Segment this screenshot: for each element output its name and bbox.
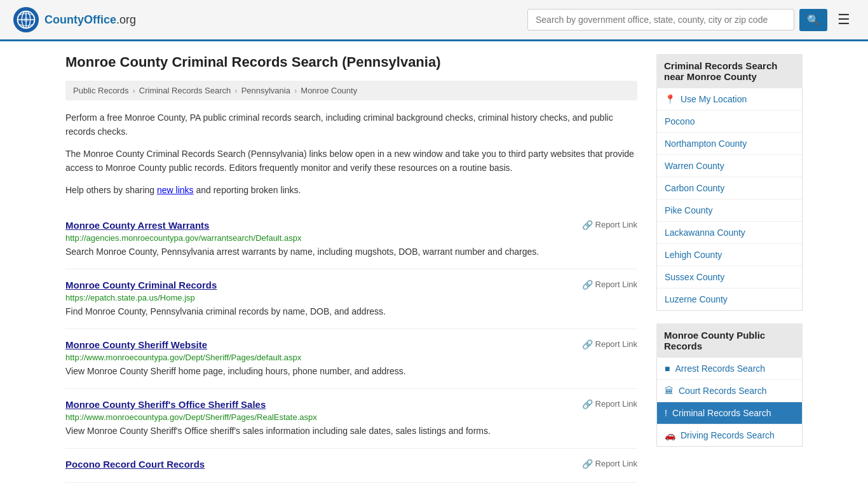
list-item: 🚗 Driving Records Search	[657, 424, 802, 446]
result-desc: View Monroe County Sheriff home page, in…	[65, 365, 637, 378]
report-icon: 🔗	[582, 220, 593, 230]
court-icon: 🏛	[665, 386, 674, 396]
result-item: Monroe County Sheriff Website 🔗 Report L…	[65, 329, 637, 389]
results-list: Monroe County Arrest Warrants 🔗 Report L…	[65, 210, 637, 483]
breadcrumb-pennsylvania[interactable]: Pennsylvania	[241, 86, 290, 95]
breadcrumb-current: Monroe County	[301, 86, 357, 95]
driving-icon: 🚗	[665, 430, 675, 440]
list-item: Lehigh County	[657, 244, 802, 266]
report-link[interactable]: 🔗 Report Link	[582, 459, 637, 469]
logo-area: CountyOffice.org	[13, 6, 136, 33]
list-item: 🏛 Court Records Search	[657, 380, 802, 402]
search-button[interactable]: 🔍	[799, 9, 827, 31]
logo-icon	[13, 6, 39, 33]
result-item: Pocono Record Court Records 🔗 Report Lin…	[65, 449, 637, 483]
criminal-icon: !	[665, 408, 667, 418]
court-records-link[interactable]: 🏛 Court Records Search	[657, 380, 802, 402]
northampton-county-link[interactable]: Northampton County	[657, 133, 802, 154]
warren-county-link[interactable]: Warren County	[657, 155, 802, 177]
result-url: https://epatch.state.pa.us/Home.jsp	[65, 293, 637, 302]
list-item: Sussex County	[657, 266, 802, 288]
description-3: Help others by sharing new links and rep…	[65, 183, 637, 197]
result-url: http://www.monroecountypa.gov/Dept/Sheri…	[65, 353, 637, 362]
list-item: Pike County	[657, 200, 802, 222]
arrest-records-link[interactable]: ■ Arrest Records Search	[657, 358, 802, 379]
arrest-icon: ■	[665, 363, 670, 374]
nearby-header: Criminal Records Search near Monroe Coun…	[656, 54, 803, 88]
result-url: http://www.monroecountypa.gov/Dept/Sheri…	[65, 412, 637, 422]
use-my-location-link[interactable]: 📍 Use My Location	[657, 88, 802, 110]
breadcrumb-criminal-records-search[interactable]: Criminal Records Search	[139, 86, 231, 95]
nearby-list: 📍 Use My Location Pocono Northampton Cou…	[656, 88, 803, 311]
result-desc: Search Monroe County, Pennsylvania arres…	[65, 245, 637, 259]
report-icon: 🔗	[582, 459, 593, 469]
sussex-county-link[interactable]: Sussex County	[657, 266, 802, 288]
lackawanna-county-link[interactable]: Lackawanna County	[657, 222, 802, 243]
lehigh-county-link[interactable]: Lehigh County	[657, 244, 802, 266]
report-link[interactable]: 🔗 Report Link	[582, 220, 637, 230]
result-title[interactable]: Monroe County Sheriff's Office Sheriff S…	[65, 399, 266, 410]
breadcrumb-sep-1: ›	[132, 86, 135, 95]
report-link[interactable]: 🔗 Report Link	[582, 339, 637, 349]
list-item: 📍 Use My Location	[657, 88, 802, 111]
result-title[interactable]: Monroe County Arrest Warrants	[65, 220, 209, 231]
description-2: The Monroe County Criminal Records Searc…	[65, 147, 637, 175]
list-item: Northampton County	[657, 133, 802, 155]
result-title[interactable]: Monroe County Criminal Records	[65, 280, 217, 290]
location-icon: 📍	[665, 94, 675, 104]
menu-button[interactable]: ☰	[832, 9, 855, 30]
breadcrumb-public-records[interactable]: Public Records	[73, 86, 128, 95]
result-item: Monroe County Criminal Records 🔗 Report …	[65, 269, 637, 329]
main-container: Monroe County Criminal Records Search (P…	[53, 41, 815, 488]
report-icon: 🔗	[582, 339, 593, 349]
list-item: Carbon County	[657, 177, 802, 200]
list-item: Warren County	[657, 155, 802, 177]
list-item: Lackawanna County	[657, 222, 802, 244]
pocono-link[interactable]: Pocono	[657, 111, 802, 132]
description-1: Perform a free Monroe County, PA public …	[65, 111, 637, 139]
hamburger-icon: ☰	[837, 11, 850, 27]
list-item: ■ Arrest Records Search	[657, 358, 802, 380]
pike-county-link[interactable]: Pike County	[657, 200, 802, 221]
driving-records-link[interactable]: 🚗 Driving Records Search	[657, 424, 802, 446]
result-desc: Find Monroe County, Pennsylvania crimina…	[65, 305, 637, 318]
sidebar: Criminal Records Search near Monroe Coun…	[656, 54, 803, 483]
svg-point-5	[24, 17, 29, 22]
public-records-list: ■ Arrest Records Search 🏛 Court Records …	[656, 358, 803, 447]
breadcrumb-sep-3: ›	[294, 86, 297, 95]
criminal-records-link[interactable]: ! Criminal Records Search	[657, 402, 802, 424]
luzerne-county-link[interactable]: Luzerne County	[657, 288, 802, 310]
search-icon: 🔍	[807, 15, 820, 25]
result-title[interactable]: Monroe County Sheriff Website	[65, 339, 207, 350]
result-item: Monroe County Arrest Warrants 🔗 Report L…	[65, 210, 637, 269]
result-title[interactable]: Pocono Record Court Records	[65, 459, 205, 470]
logo-text: CountyOffice.org	[44, 13, 136, 27]
list-item-active: ! Criminal Records Search	[657, 402, 802, 424]
header: CountyOffice.org 🔍 ☰	[0, 0, 868, 41]
report-link[interactable]: 🔗 Report Link	[582, 280, 637, 290]
report-icon: 🔗	[582, 280, 593, 290]
carbon-county-link[interactable]: Carbon County	[657, 177, 802, 199]
new-links[interactable]: new links	[157, 185, 194, 195]
list-item: Luzerne County	[657, 288, 802, 310]
search-area: 🔍 ☰	[527, 9, 855, 31]
content-area: Monroe County Criminal Records Search (P…	[65, 54, 637, 483]
page-title: Monroe County Criminal Records Search (P…	[65, 54, 637, 71]
report-link[interactable]: 🔗 Report Link	[582, 399, 637, 409]
result-url: http://agencies.monroecountypa.gov/warra…	[65, 233, 637, 243]
report-icon: 🔗	[582, 399, 593, 409]
list-item: Pocono	[657, 111, 802, 133]
breadcrumb: Public Records › Criminal Records Search…	[65, 81, 637, 100]
breadcrumb-sep-2: ›	[234, 86, 237, 95]
public-records-header: Monroe County Public Records	[656, 323, 803, 358]
result-item: Monroe County Sheriff's Office Sheriff S…	[65, 389, 637, 449]
search-input[interactable]	[527, 9, 794, 30]
result-desc: View Monroe County Sheriff's Office sher…	[65, 424, 637, 438]
